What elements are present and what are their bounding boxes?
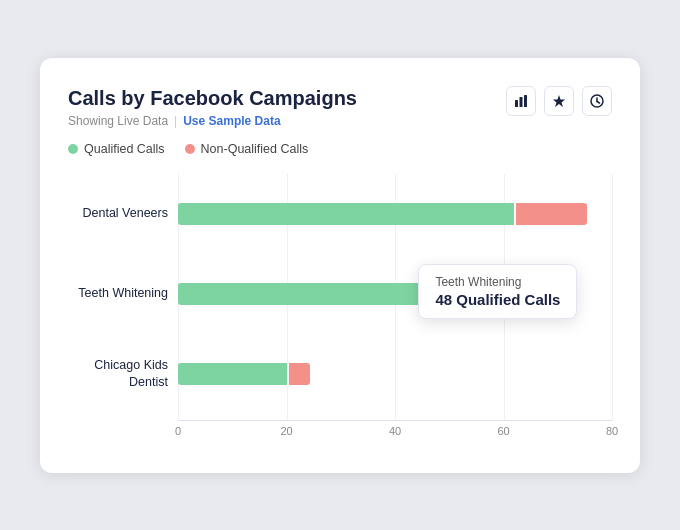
- chart-title: Calls by Facebook Campaigns: [68, 86, 357, 110]
- svg-line-6: [597, 101, 600, 103]
- legend-dot: [185, 144, 195, 154]
- legend-item-1: Non-Qualified Calls: [185, 142, 309, 156]
- clock-icon[interactable]: [582, 86, 612, 116]
- svg-rect-0: [515, 100, 518, 107]
- legend-item-0: Qualified Calls: [68, 142, 165, 156]
- legend-dot: [68, 144, 78, 154]
- header-left: Calls by Facebook Campaigns Showing Live…: [68, 86, 357, 128]
- legend-label: Non-Qualified Calls: [201, 142, 309, 156]
- subtitle-divider: |: [174, 114, 177, 128]
- card: Calls by Facebook Campaigns Showing Live…: [40, 58, 640, 473]
- svg-marker-3: [553, 95, 565, 107]
- star-icon[interactable]: [544, 86, 574, 116]
- x-tick-label: 40: [389, 425, 401, 437]
- bars: [178, 283, 612, 305]
- x-axis: 020406080: [178, 420, 612, 421]
- svg-rect-1: [520, 97, 523, 107]
- x-tick-label: 80: [606, 425, 618, 437]
- use-sample-data-link[interactable]: Use Sample Data: [183, 114, 280, 128]
- toolbar: [506, 86, 612, 116]
- bar-qualified[interactable]: [178, 363, 287, 385]
- grid-line: [612, 174, 613, 421]
- bar-row: Chicago KidsDentist: [178, 334, 612, 414]
- legend: Qualified Calls Non-Qualified Calls: [68, 142, 612, 156]
- bar-qualified[interactable]: [178, 283, 438, 305]
- bars: [178, 203, 612, 225]
- bar-nonqualified[interactable]: [516, 203, 587, 225]
- bar-nonqualified[interactable]: [440, 283, 494, 305]
- bar-nonqualified[interactable]: [289, 363, 311, 385]
- bar-label: Chicago KidsDentist: [68, 357, 168, 390]
- header: Calls by Facebook Campaigns Showing Live…: [68, 86, 612, 128]
- bars: [178, 363, 612, 385]
- bar-qualified[interactable]: [178, 203, 514, 225]
- x-tick-label: 60: [497, 425, 509, 437]
- bar-label: Teeth Whitening: [68, 285, 168, 301]
- bar-row: Dental Veneers: [178, 174, 612, 254]
- bar-chart-icon[interactable]: [506, 86, 536, 116]
- bars-container: Dental VeneersTeeth WhiteningChicago Kid…: [178, 174, 612, 414]
- bar-row: Teeth Whitening: [178, 254, 612, 334]
- x-tick-label: 0: [175, 425, 181, 437]
- chart-area: Dental VeneersTeeth WhiteningChicago Kid…: [68, 174, 612, 449]
- bar-label: Dental Veneers: [68, 205, 168, 221]
- subtitle-live: Showing Live Data: [68, 114, 168, 128]
- subtitle: Showing Live Data | Use Sample Data: [68, 114, 357, 128]
- legend-label: Qualified Calls: [84, 142, 165, 156]
- x-tick-label: 20: [280, 425, 292, 437]
- svg-rect-2: [524, 95, 527, 107]
